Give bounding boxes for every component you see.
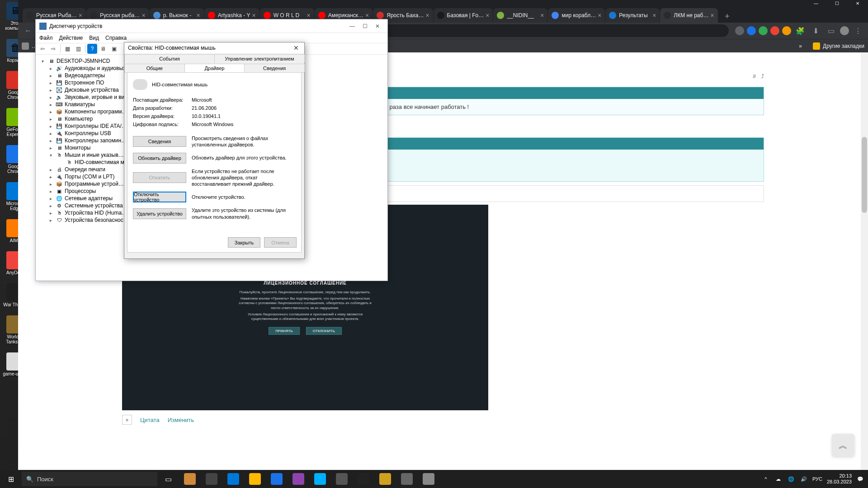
taskbar-app[interactable]: [309, 470, 331, 488]
driver-action-button[interactable]: Сведения: [133, 136, 186, 147]
new-tab-button[interactable]: +: [721, 10, 734, 23]
tab-close-icon[interactable]: ×: [142, 12, 145, 19]
device-name: HID-совместимая мышь: [152, 82, 208, 87]
post-share-icon[interactable]: ⤴: [761, 73, 764, 80]
toolbar-view[interactable]: ▦: [62, 44, 72, 54]
toolbar-scan[interactable]: 🖥: [98, 44, 108, 54]
other-bookmarks[interactable]: Другие закладки: [813, 42, 864, 50]
nav-back[interactable]: ←: [22, 24, 34, 37]
scroll-to-top-button[interactable]: ︽: [832, 434, 854, 456]
prop-label: Версия драйвера:: [133, 113, 192, 119]
ext-icon[interactable]: [735, 26, 744, 35]
tab-close-icon[interactable]: ×: [365, 12, 369, 19]
browser-tab[interactable]: Базовая | Fo…×: [434, 8, 493, 23]
prop-label: Цифровая подпись:: [133, 122, 192, 127]
bookmarks-overflow[interactable]: »: [799, 43, 802, 49]
browser-tab[interactable]: мир корабл…×: [548, 8, 605, 23]
taskbar-search[interactable]: 🔍 Поиск: [22, 472, 157, 486]
toolbar-refresh[interactable]: ▣: [109, 44, 119, 54]
tab-close-icon[interactable]: ×: [710, 12, 714, 19]
tab-close-icon[interactable]: ×: [425, 12, 429, 19]
taskbar-app[interactable]: [396, 470, 418, 488]
driver-action-button[interactable]: Отключить устройство: [133, 192, 186, 202]
toolbar-view[interactable]: ▥: [73, 44, 83, 54]
devmgr-minimize[interactable]: —: [346, 23, 359, 29]
close-button[interactable]: Закрыть: [228, 237, 260, 248]
menu-item[interactable]: Вид: [89, 35, 99, 41]
tab-close-icon[interactable]: ×: [652, 12, 656, 19]
tab-close-icon[interactable]: ×: [196, 12, 200, 19]
driver-action-button[interactable]: Обновить драйвер: [133, 153, 186, 164]
dialog-tab[interactable]: События: [124, 54, 215, 63]
taskbar-app[interactable]: [418, 470, 439, 488]
ext-icon[interactable]: [747, 26, 756, 35]
tab-close-icon[interactable]: ×: [252, 12, 255, 19]
start-button[interactable]: ⊞: [0, 470, 22, 488]
toolbar-forward[interactable]: ⇨: [48, 44, 58, 54]
page-scrollbar[interactable]: [861, 52, 868, 474]
tray-chevron-icon[interactable]: ^: [762, 475, 770, 483]
tab-close-icon[interactable]: ×: [540, 12, 544, 19]
search-placeholder: Поиск: [37, 476, 53, 483]
devmgr-maximize[interactable]: ☐: [359, 23, 371, 29]
edit-button[interactable]: Изменить: [168, 417, 194, 423]
taskbar-app[interactable]: [201, 470, 222, 488]
chrome-menu[interactable]: ⋮: [852, 24, 864, 37]
extensions-icon[interactable]: 🧩: [794, 24, 807, 37]
devmgr-close[interactable]: ✕: [371, 23, 384, 29]
menu-item[interactable]: Действие: [59, 35, 83, 41]
button-description: Обновить драйвер для этого устройства.: [192, 155, 296, 161]
taskbar-app[interactable]: [374, 470, 396, 488]
menu-item[interactable]: Файл: [39, 35, 53, 41]
dialog-tab[interactable]: Сведения: [244, 64, 305, 72]
taskbar-app[interactable]: [222, 470, 244, 488]
taskbar-app[interactable]: [353, 470, 374, 488]
tree-root[interactable]: DESKTOP-J5MNHCD: [57, 58, 110, 64]
button-description: Отключите устройство.: [192, 194, 296, 200]
taskbar-app[interactable]: [288, 470, 309, 488]
taskbar-app[interactable]: [331, 470, 353, 488]
browser-tab[interactable]: ЛКМ не раб…×: [660, 8, 717, 23]
profile-avatar[interactable]: [840, 26, 849, 35]
button-description: Удалите это устройство из системы (для о…: [192, 207, 296, 220]
cancel-button: Отмена: [264, 237, 297, 248]
tray-onedrive-icon[interactable]: ☁: [774, 475, 783, 483]
add-reaction-button[interactable]: +: [122, 415, 132, 425]
tab-close-icon[interactable]: ×: [486, 12, 489, 19]
dialog-title: Свойства: HID-совместимая мышь: [128, 45, 216, 51]
post-link-icon[interactable]: #: [753, 73, 756, 80]
browser-maximize[interactable]: ☐: [826, 0, 847, 6]
dialog-tab[interactable]: Общие: [124, 64, 185, 72]
dialog-close-icon[interactable]: ✕: [292, 44, 301, 52]
taskbar-app[interactable]: [266, 470, 288, 488]
tray-network-icon[interactable]: 🌐: [787, 475, 795, 483]
tab-close-icon[interactable]: ×: [307, 12, 310, 19]
tab-close-icon[interactable]: ×: [598, 12, 601, 19]
ext-icon[interactable]: [770, 26, 779, 35]
tray-language[interactable]: РУС: [812, 476, 822, 482]
dialog-tab[interactable]: Управление электропитанием: [214, 54, 305, 63]
quote-button[interactable]: Цитата: [140, 417, 160, 423]
downloads-icon[interactable]: ⬇: [809, 24, 822, 37]
menu-item[interactable]: Справка: [105, 35, 127, 41]
toolbar-back[interactable]: ⇦: [38, 44, 47, 54]
tab-close-icon[interactable]: ×: [79, 12, 82, 19]
task-view-button[interactable]: ▭: [157, 470, 179, 488]
browser-tab[interactable]: Результаты×: [605, 8, 660, 23]
driver-action-button[interactable]: Удалить устройство: [133, 208, 186, 219]
tray-notifications-icon[interactable]: 💬: [856, 475, 864, 483]
ext-icon[interactable]: [759, 26, 768, 35]
devmgr-icon: [39, 23, 47, 30]
browser-tab[interactable]: __NIDIN__×: [493, 8, 547, 23]
taskbar-app[interactable]: [179, 470, 201, 488]
toolbar-help[interactable]: ?: [87, 44, 97, 54]
devmgr-title: Диспетчер устройств: [49, 23, 102, 29]
tray-clock[interactable]: 20:13 28.03.2023: [827, 473, 852, 485]
browser-minimize[interactable]: —: [806, 0, 826, 6]
ext-icon[interactable]: [782, 26, 791, 35]
tray-volume-icon[interactable]: 🔊: [800, 475, 808, 483]
dialog-tab[interactable]: Драйвер: [184, 64, 245, 72]
bookmark-icon[interactable]: ▭: [825, 24, 837, 37]
taskbar-app[interactable]: [244, 470, 266, 488]
browser-close[interactable]: ✕: [847, 0, 868, 6]
